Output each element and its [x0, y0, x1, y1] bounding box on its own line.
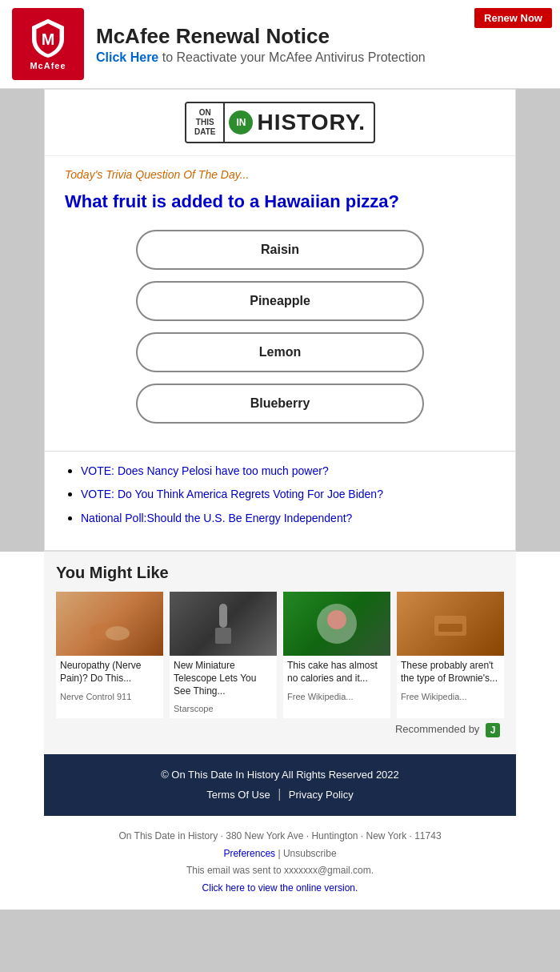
- main-container: ON THIS DATE IN HISTORY. Today's Trivia …: [44, 89, 516, 552]
- svg-rect-4: [215, 628, 231, 644]
- view-online-link[interactable]: Click here to view the online version.: [202, 882, 358, 894]
- card-img-icon-1: [86, 600, 134, 648]
- click-here-link[interactable]: Click Here: [96, 50, 158, 64]
- footer-copyright: © On This Date In History All Rights Res…: [56, 769, 504, 781]
- might-like-title: You Might Like: [56, 564, 504, 582]
- trivia-section: Today's Trivia Question Of The Day... Wh…: [45, 156, 515, 452]
- card-source-3: Free Wikipedia...: [283, 689, 390, 706]
- recommended-by-text: Recommended by: [395, 724, 480, 736]
- recommended-badge: J: [486, 723, 500, 737]
- answer-lemon-button[interactable]: Lemon: [136, 332, 424, 372]
- cards-row: Neuropathy (Nerve Pain)? Do This... Nerv…: [56, 592, 504, 718]
- trivia-subtitle: Today's Trivia Question Of The Day...: [65, 168, 495, 181]
- card-image-2: [170, 592, 277, 656]
- unsubscribe-text: Unsubscribe: [283, 848, 337, 859]
- card-source-4: Free Wikipedia...: [397, 689, 504, 706]
- mcafee-banner: M McAfee McAfee Renewal Notice Click Her…: [0, 0, 560, 89]
- card-text-2: New Miniature Telescope Lets You See Thi…: [170, 656, 277, 701]
- mcafee-logo: M McAfee: [12, 8, 84, 80]
- poll-link-1[interactable]: VOTE: Does Nancy Pelosi have too much po…: [81, 464, 329, 477]
- trivia-question: What fruit is added to a Hawaiian pizza?: [65, 191, 495, 214]
- history-logo: ON THIS DATE IN HISTORY.: [185, 102, 375, 143]
- card-text-4: These probably aren't the type of Browni…: [397, 656, 504, 689]
- history-bar: ON THIS DATE IN HISTORY.: [45, 90, 515, 156]
- card-source-2: Starscope: [170, 701, 277, 718]
- might-like-section: You Might Like Neuropathy (Nerve Pain)? …: [44, 552, 516, 754]
- list-item: VOTE: Do You Think America Regrets Votin…: [81, 487, 495, 503]
- list-item: National Poll:Should the U.S. Be Energy …: [81, 511, 495, 527]
- svg-rect-8: [438, 624, 462, 632]
- card-source-1: Nerve Control 911: [56, 689, 163, 706]
- history-text: HISTORY.: [257, 110, 374, 135]
- answer-blueberry-button[interactable]: Blueberry: [136, 384, 424, 424]
- privacy-policy-link[interactable]: Privacy Policy: [289, 789, 354, 801]
- card-img-icon-3: [313, 600, 361, 648]
- poll-link-3[interactable]: National Poll:Should the U.S. Be Energy …: [81, 512, 352, 524]
- card-image-3: [283, 592, 390, 656]
- preferences-link[interactable]: Preferences: [223, 848, 275, 859]
- footer-divider: |: [278, 787, 281, 801]
- mcafee-logo-label: McAfee: [30, 61, 66, 70]
- svg-point-2: [106, 626, 130, 641]
- card-image-4: [397, 592, 504, 656]
- list-item: VOTE: Does Nancy Pelosi have too much po…: [81, 464, 495, 480]
- card-img-icon-4: [426, 600, 474, 648]
- card-text-1: Neuropathy (Nerve Pain)? Do This...: [56, 656, 163, 689]
- recommendation-card-1[interactable]: Neuropathy (Nerve Pain)? Do This... Nerv…: [56, 592, 163, 718]
- footer-view-online: Click here to view the online version.: [56, 880, 504, 898]
- card-image-1: [56, 592, 163, 656]
- in-circle: IN: [229, 110, 253, 135]
- footer-light: On This Date in History · 380 New York A…: [44, 816, 516, 909]
- polls-list: VOTE: Does Nancy Pelosi have too much po…: [65, 464, 495, 527]
- recommendation-card-4[interactable]: These probably aren't the type of Browni…: [397, 592, 504, 718]
- terms-of-use-link[interactable]: Terms Of Use: [206, 789, 270, 801]
- answer-raisin-button[interactable]: Raisin: [136, 230, 424, 270]
- footer-dark: © On This Date In History All Rights Res…: [44, 754, 516, 816]
- mcafee-shield-icon: M: [28, 18, 68, 58]
- mcafee-subtitle: Click Here to Reactivate your McAfee Ant…: [96, 50, 548, 65]
- calendar-icon: ON THIS DATE: [186, 103, 225, 142]
- footer-prefs-row: Preferences | Unsubscribe: [56, 845, 504, 863]
- svg-point-6: [327, 610, 346, 629]
- mcafee-subtitle-text: to Reactivate your McAfee Antivirus Prot…: [158, 50, 425, 64]
- polls-section: VOTE: Does Nancy Pelosi have too much po…: [45, 452, 515, 552]
- recommended-bar: Recommended by J: [56, 718, 504, 742]
- answer-pineapple-button[interactable]: Pineapple: [136, 281, 424, 321]
- footer-address: On This Date in History · 380 New York A…: [56, 828, 504, 845]
- mcafee-text-area: McAfee Renewal Notice Click Here to Reac…: [96, 24, 548, 65]
- svg-rect-3: [219, 604, 227, 628]
- card-text-3: This cake has almost no calories and it.…: [283, 656, 390, 689]
- footer-links: Terms Of Use | Privacy Policy: [56, 787, 504, 801]
- poll-link-2[interactable]: VOTE: Do You Think America Regrets Votin…: [81, 488, 383, 500]
- svg-text:M: M: [42, 30, 55, 48]
- card-img-icon-2: [207, 600, 239, 648]
- footer-sent-to: This email was sent to xxxxxxx@gmail.com…: [56, 862, 504, 880]
- recommendation-card-3[interactable]: This cake has almost no calories and it.…: [283, 592, 390, 718]
- recommendation-card-2[interactable]: New Miniature Telescope Lets You See Thi…: [170, 592, 277, 718]
- renew-now-button[interactable]: Renew Now: [474, 8, 552, 28]
